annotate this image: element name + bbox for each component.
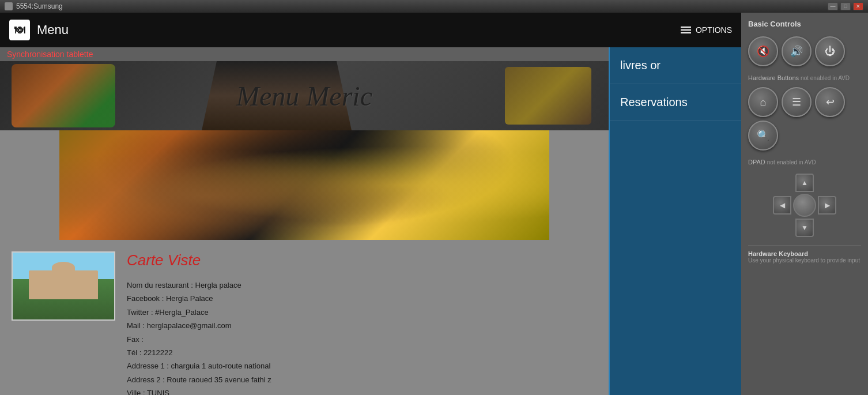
header-right: OPTIONS bbox=[681, 25, 732, 35]
card-detail-line: Nom du restaurant : Hergla palace bbox=[127, 279, 597, 292]
keyboard-sub: Use your physical keyboard to provide in… bbox=[748, 257, 861, 264]
power-button[interactable]: ⏻ bbox=[815, 36, 845, 66]
card-section: Carte Viste Nom du restaurant : Hergla p… bbox=[0, 240, 609, 395]
card-detail-line: Tél : 2212222 bbox=[127, 346, 597, 359]
back-button[interactable]: ↩ bbox=[815, 87, 845, 117]
main-food-image bbox=[59, 130, 549, 240]
dpad[interactable]: ▲ ▼ ◀ ▶ bbox=[773, 174, 836, 237]
app-header: 🍽 Menu OPTIONS bbox=[0, 13, 741, 47]
card-title: Carte Viste bbox=[127, 251, 597, 269]
side-panel-item-0[interactable]: livres or bbox=[610, 47, 741, 84]
search-button[interactable]: 🔍 bbox=[748, 121, 778, 151]
hardware-buttons-label: Hardware Buttons not enabled in AVD bbox=[748, 74, 861, 81]
logo-icon: 🍽 bbox=[14, 24, 25, 36]
nav-buttons: ⌂☰↩🔍 bbox=[748, 87, 861, 151]
app-body: Synchronisation tablette Menu Meric bbox=[0, 47, 741, 395]
close-button[interactable]: ✕ bbox=[853, 2, 863, 10]
side-panel-item-1[interactable]: Reservations bbox=[610, 84, 741, 121]
sync-bar: Synchronisation tablette bbox=[0, 47, 609, 61]
title-bar-text: 5554:Sumsung bbox=[16, 2, 63, 10]
hamburger-icon[interactable] bbox=[681, 27, 691, 33]
app-area: 🍽 Menu OPTIONS Synchronisation tablette bbox=[0, 13, 741, 395]
hardware-keyboard-section: Hardware Keyboard Use your physical keyb… bbox=[748, 245, 861, 264]
dpad-left-button[interactable]: ◀ bbox=[773, 196, 791, 215]
hero-food-right bbox=[505, 67, 591, 125]
card-details: Nom du restaurant : Hergla palaceFaceboo… bbox=[127, 279, 597, 395]
dpad-down-button[interactable]: ▼ bbox=[795, 219, 814, 237]
card-detail-line: Twitter : #Hergla_Palace bbox=[127, 306, 597, 319]
card-detail-line: Facebook : Hergla Palace bbox=[127, 292, 597, 305]
basic-control-buttons: 🔇🔊⏻ bbox=[748, 36, 861, 66]
hero-banner: Menu Meric bbox=[0, 61, 609, 130]
card-detail-line: Mail : herglapalace@gmail.com bbox=[127, 319, 597, 332]
app-logo: 🍽 bbox=[9, 20, 30, 40]
hero-food-left bbox=[12, 64, 115, 127]
app-title: Menu bbox=[37, 22, 69, 37]
controls-panel: Basic Controls 🔇🔊⏻ Hardware Buttons not … bbox=[741, 13, 868, 395]
card-detail-line: Fax : bbox=[127, 333, 597, 346]
home-button[interactable]: ⌂ bbox=[748, 87, 778, 117]
card-detail-line: Ville : TUNIS bbox=[127, 386, 597, 395]
dpad-label: DPAD not enabled in AVD bbox=[748, 159, 861, 165]
dpad-right-button[interactable]: ▶ bbox=[818, 196, 836, 215]
mute-button[interactable]: 🔇 bbox=[748, 36, 778, 66]
maximize-button[interactable]: □ bbox=[840, 2, 851, 10]
card-image-inner bbox=[13, 253, 114, 319]
food-overlay bbox=[59, 130, 549, 240]
dpad-center-button[interactable] bbox=[793, 194, 816, 217]
menu-button[interactable]: ☰ bbox=[782, 87, 812, 117]
title-bar-controls: — □ ✕ bbox=[828, 2, 863, 10]
dpad-up-button[interactable]: ▲ bbox=[795, 174, 814, 192]
card-detail-line: Address 2 : Route raoued 35 avenue fathi… bbox=[127, 373, 597, 386]
building-silhouette bbox=[29, 270, 98, 299]
basic-controls-title: Basic Controls bbox=[748, 20, 861, 28]
title-bar-icon bbox=[5, 2, 13, 10]
card-detail-line: Addresse 1 : charguia 1 auto-route natio… bbox=[127, 359, 597, 373]
options-label[interactable]: OPTIONS bbox=[696, 25, 732, 35]
side-panel: livres orReservations bbox=[609, 47, 741, 395]
main-content: Synchronisation tablette Menu Meric bbox=[0, 47, 609, 395]
hero-title: Menu Meric bbox=[236, 80, 372, 112]
title-bar: 5554:Sumsung — □ ✕ bbox=[0, 0, 868, 13]
minimize-button[interactable]: — bbox=[828, 2, 838, 10]
volume-up-button[interactable]: 🔊 bbox=[782, 36, 812, 66]
restaurant-image bbox=[12, 251, 115, 321]
keyboard-title: Hardware Keyboard bbox=[748, 250, 861, 257]
sync-text: Synchronisation tablette bbox=[7, 50, 93, 59]
card-info: Carte Viste Nom du restaurant : Hergla p… bbox=[127, 251, 597, 395]
